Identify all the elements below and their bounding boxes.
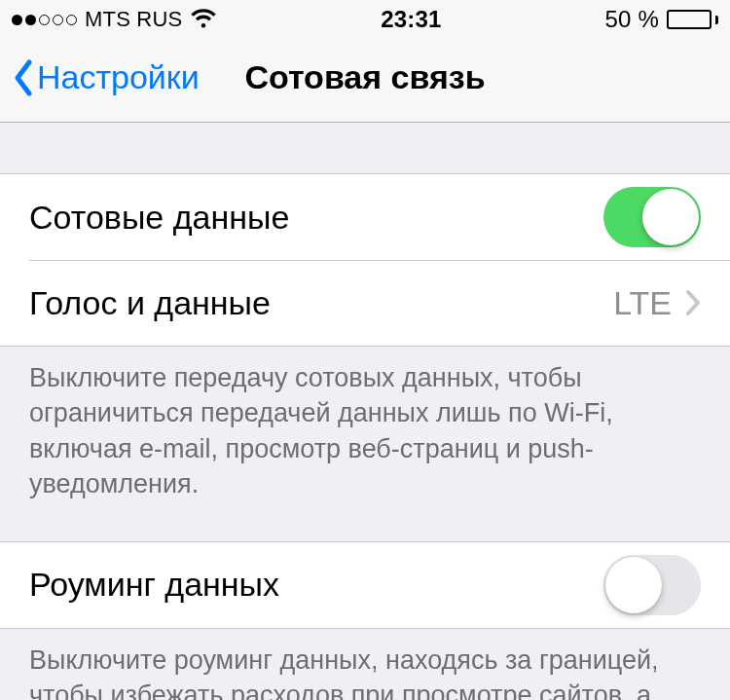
group-roaming-footer: Выключите роуминг данных, находясь за гр…	[0, 629, 730, 700]
data-roaming-toggle[interactable]	[603, 555, 701, 615]
status-right: 50 %	[604, 6, 718, 33]
group-roaming: Роуминг данных	[0, 541, 730, 629]
back-label: Настройки	[37, 58, 200, 96]
battery-percentage: 50 %	[604, 6, 659, 33]
chevron-left-icon	[12, 58, 35, 97]
cell-data-roaming[interactable]: Роуминг данных	[0, 542, 730, 628]
cell-voice-and-data[interactable]: Голос и данные LTE	[0, 260, 730, 346]
status-time: 23:31	[381, 6, 441, 33]
carrier-label: MTS RUS	[85, 7, 182, 32]
group-cellular-footer: Выключите передачу сотовых данных, чтобы…	[0, 347, 730, 502]
cell-label: Роуминг данных	[29, 566, 603, 604]
cell-label: Сотовые данные	[29, 199, 603, 237]
wifi-icon	[190, 9, 217, 30]
cellular-data-toggle[interactable]	[603, 187, 701, 247]
navigation-bar: Настройки Сотовая связь	[0, 39, 730, 123]
back-button[interactable]: Настройки	[12, 58, 200, 97]
group-cellular: Сотовые данные Голос и данные LTE	[0, 173, 730, 347]
chevron-right-icon	[685, 289, 701, 316]
cell-label: Голос и данные	[29, 284, 613, 322]
signal-strength-icon	[12, 15, 77, 25]
battery-icon	[667, 10, 718, 29]
status-bar: MTS RUS 23:31 50 %	[0, 0, 730, 39]
page-title: Сотовая связь	[244, 58, 485, 96]
status-left: MTS RUS	[12, 7, 217, 32]
cell-cellular-data[interactable]: Сотовые данные	[0, 174, 730, 260]
cell-value: LTE	[613, 284, 672, 322]
